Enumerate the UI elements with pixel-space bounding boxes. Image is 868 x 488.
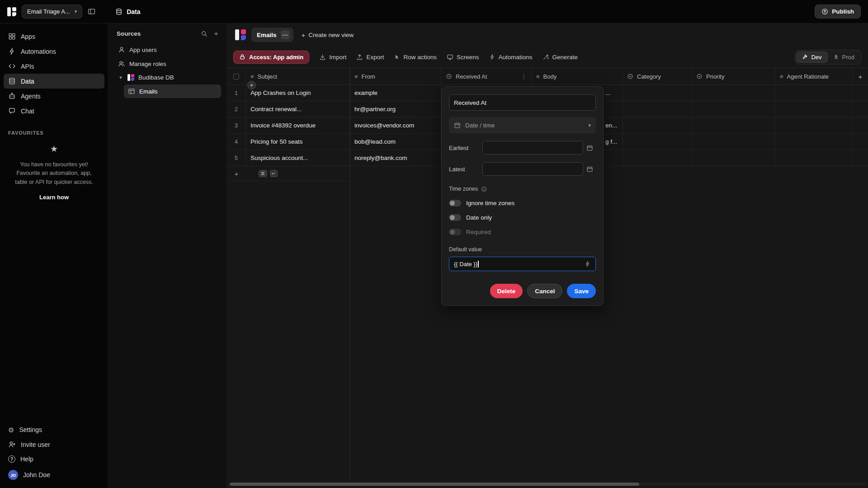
cell-subject[interactable]: Invoice #48392 overdue — [246, 117, 350, 133]
add-source-icon[interactable]: + — [214, 30, 218, 38]
row-number[interactable]: 1 — [227, 85, 246, 101]
add-row-button[interactable]: + — [227, 166, 246, 181]
source-item-app-users[interactable]: App users — [114, 43, 221, 56]
app-selector[interactable]: Email Triage A... ▾ — [22, 5, 82, 19]
cell-category[interactable] — [623, 117, 692, 133]
cell-from[interactable]: bob@lead.com — [350, 134, 441, 150]
sidebar-item-apis[interactable]: APIs — [4, 59, 104, 74]
column-header-category[interactable]: Category — [623, 68, 692, 84]
column-header-subject[interactable]: ≡ Subject — [246, 68, 350, 84]
tab-more-icon[interactable]: ⋯ — [281, 30, 290, 39]
create-new-view-button[interactable]: + Create new view — [302, 32, 354, 38]
cell-from[interactable]: noreply@bank.com — [350, 150, 441, 166]
column-header-received-at[interactable]: Received At ⋮ — [441, 68, 532, 84]
screens-button[interactable]: Screens — [442, 51, 484, 63]
column-label: Body — [543, 73, 557, 80]
tab-emails-label: Emails — [257, 32, 277, 38]
access-button[interactable]: Access: App admin — [233, 51, 309, 64]
select-all-checkbox[interactable] — [227, 68, 246, 84]
cell-subject[interactable]: App Crashes on Login — [246, 85, 350, 101]
settings-item[interactable]: ⚙ Settings — [4, 422, 104, 437]
row-actions-button[interactable]: Row actions — [389, 51, 441, 63]
cell-subject[interactable]: Pricing for 50 seats — [246, 134, 350, 150]
save-button[interactable]: Save — [567, 284, 596, 298]
sidebar-item-automations[interactable]: Automations — [4, 44, 104, 59]
date-only-toggle[interactable] — [449, 214, 461, 221]
default-value-input[interactable]: {{ Date }} — [449, 257, 596, 271]
cancel-button[interactable]: Cancel — [527, 284, 562, 298]
cell-subject[interactable]: Contract renewal... — [246, 101, 350, 117]
cell-priority[interactable] — [692, 117, 775, 133]
row-number[interactable]: 3 — [227, 117, 246, 133]
column-header-priority[interactable]: Priority — [692, 68, 775, 84]
source-item-budibase-db[interactable]: ▾ Budibase DB — [114, 71, 221, 84]
cell-category[interactable] — [623, 101, 692, 117]
code-icon — [8, 62, 16, 70]
latest-input[interactable] — [482, 162, 583, 176]
tab-emails[interactable]: Emails ⋯ — [251, 28, 293, 42]
earliest-input[interactable] — [482, 141, 583, 155]
cell-agent-rationale[interactable] — [775, 134, 853, 150]
cell-subject[interactable]: Suspicious account... — [246, 150, 350, 166]
help-item[interactable]: ? Help — [4, 452, 104, 466]
column-header-from[interactable]: ≡ From — [350, 68, 441, 84]
export-button[interactable]: Export — [352, 51, 388, 63]
add-column-button[interactable]: + — [853, 68, 868, 84]
section-title: Data — [127, 8, 140, 15]
cell-priority[interactable] — [692, 150, 775, 166]
binding-lightning-icon[interactable] — [585, 261, 591, 267]
cell-priority[interactable] — [692, 101, 775, 117]
sidebar-item-agents[interactable]: Agents — [4, 89, 104, 103]
sidebar-item-apps[interactable]: Apps — [4, 29, 104, 44]
cell-agent-rationale[interactable] — [775, 101, 853, 117]
learn-how-link[interactable]: Learn how — [7, 194, 101, 201]
column-header-body[interactable]: ≡ Body — [532, 68, 623, 84]
cell-from[interactable]: hr@partner.org — [350, 101, 441, 117]
cell-agent-rationale[interactable] — [775, 117, 853, 133]
cell-agent-rationale[interactable] — [775, 150, 853, 166]
automations-button[interactable]: Automations — [485, 51, 537, 63]
cell-from[interactable]: example — [350, 85, 441, 101]
horizontal-scrollbar[interactable] — [229, 483, 866, 486]
delete-button[interactable]: Delete — [490, 284, 523, 298]
monitor-icon — [447, 54, 453, 61]
calendar-icon[interactable] — [583, 145, 596, 151]
column-name-input[interactable] — [449, 94, 596, 111]
calendar-icon[interactable] — [583, 166, 596, 173]
search-icon[interactable] — [201, 30, 208, 37]
generate-button[interactable]: Generate — [538, 51, 582, 63]
publish-button[interactable]: Publish — [815, 5, 861, 19]
sidebar-item-data[interactable]: Data — [4, 74, 104, 89]
column-menu-icon[interactable]: ⋮ — [521, 74, 527, 80]
sidebar-item-label: Apps — [21, 33, 35, 40]
source-item-emails[interactable]: Emails — [124, 84, 221, 98]
horizontal-scrollbar-thumb[interactable] — [230, 483, 639, 486]
enter-key-icon: ↵ — [270, 170, 278, 177]
user-menu-item[interactable]: JD John Doe — [4, 466, 104, 483]
column-type-select[interactable]: Date / time ▾ — [449, 117, 596, 133]
sidebar-item-chat[interactable]: Chat — [4, 103, 104, 118]
cell-from[interactable]: invoices@vendor.com — [350, 117, 441, 133]
cell-priority[interactable] — [692, 85, 775, 101]
cell-category[interactable] — [623, 85, 692, 101]
cell-category[interactable] — [623, 134, 692, 150]
ignore-timezones-toggle[interactable] — [449, 200, 461, 206]
required-toggle[interactable] — [449, 229, 461, 235]
column-header-agent-rationale[interactable]: ≡ Agent Rationale — [775, 68, 853, 84]
prod-tab[interactable]: Prod — [828, 52, 860, 62]
cell-priority[interactable] — [692, 134, 775, 150]
invite-user-item[interactable]: Invite user — [4, 437, 104, 452]
sidebar-toggle-icon[interactable] — [88, 8, 95, 15]
chevron-down-icon[interactable]: ▾ — [118, 75, 123, 80]
budibase-logo-icon[interactable] — [7, 7, 16, 16]
cell-agent-rationale[interactable] — [775, 85, 853, 101]
cell-category[interactable] — [623, 150, 692, 166]
dev-tab[interactable]: Dev — [796, 52, 827, 63]
wrench-icon — [802, 54, 808, 60]
row-number[interactable]: 4 — [227, 134, 246, 150]
source-item-manage-roles[interactable]: Manage roles — [114, 57, 221, 70]
row-number[interactable]: 2 — [227, 101, 246, 117]
row-number[interactable]: 5 — [227, 150, 246, 166]
import-button[interactable]: Import — [315, 51, 351, 63]
insert-row-button[interactable]: + — [247, 81, 256, 89]
